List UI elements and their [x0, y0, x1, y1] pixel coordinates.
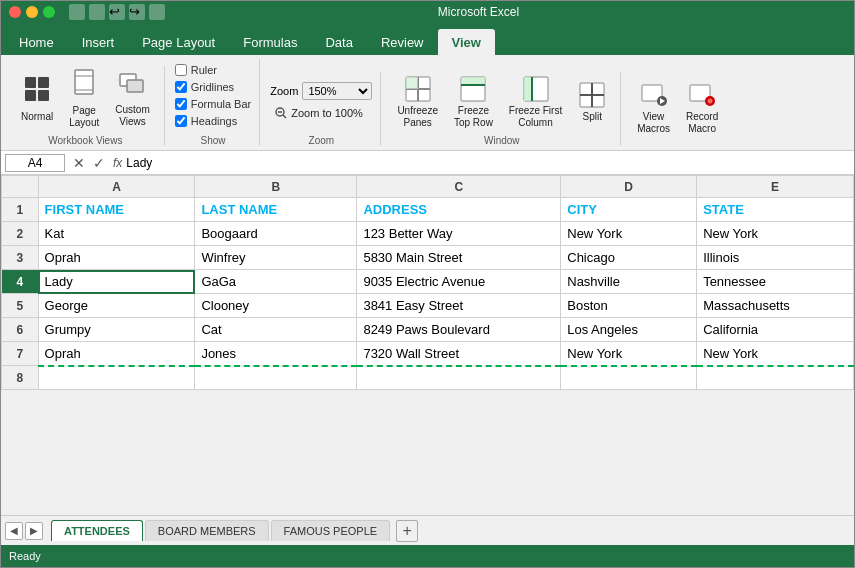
cell-r6c1[interactable]: Grumpy	[38, 318, 195, 342]
col-header-D[interactable]: D	[561, 176, 697, 198]
ribbon-tab-review[interactable]: Review	[367, 29, 438, 55]
cell-r7c2[interactable]: Jones	[195, 342, 357, 366]
ruler-checkbox[interactable]: Ruler	[175, 63, 252, 77]
gridlines-checkbox-input[interactable]	[175, 81, 187, 93]
cell-r3c4[interactable]: Chicago	[561, 246, 697, 270]
col-header-A[interactable]: A	[38, 176, 195, 198]
headings-checkbox[interactable]: Headings	[175, 114, 252, 128]
row-header-8[interactable]: 8	[2, 366, 39, 390]
cell-r5c1[interactable]: George	[38, 294, 195, 318]
cell-r1c3[interactable]: ADDRESS	[357, 198, 561, 222]
sheet-nav-right[interactable]: ▶	[25, 522, 43, 540]
cancel-icon[interactable]: ✕	[73, 155, 85, 171]
cell-r6c5[interactable]: California	[697, 318, 854, 342]
toolbar-icon[interactable]	[69, 4, 85, 20]
ruler-checkbox-input[interactable]	[175, 64, 187, 76]
normal-view-button[interactable]: Normal	[15, 72, 59, 126]
cell-r2c3[interactable]: 123 Better Way	[357, 222, 561, 246]
cell-r3c3[interactable]: 5830 Main Street	[357, 246, 561, 270]
cell-r1c1[interactable]: FIRST NAME	[38, 198, 195, 222]
redo-icon[interactable]: ↪	[129, 4, 145, 20]
zoom-to-100-label: Zoom to 100%	[291, 107, 363, 119]
col-header-E[interactable]: E	[697, 176, 854, 198]
toolbar-icon[interactable]	[89, 4, 105, 20]
maximize-button[interactable]	[43, 6, 55, 18]
cell-r8c3[interactable]	[357, 366, 561, 390]
zoom-select[interactable]: 150% 100% 75% 50%	[302, 82, 372, 100]
sheet-nav-left[interactable]: ◀	[5, 522, 23, 540]
toolbar-icon[interactable]	[149, 4, 165, 20]
zoom-to-100-button[interactable]: Zoom to 100%	[270, 104, 368, 122]
cell-r5c3[interactable]: 3841 Easy Street	[357, 294, 561, 318]
row-header-7[interactable]: 7	[2, 342, 39, 366]
ribbon-tab-insert[interactable]: Insert	[68, 29, 129, 55]
cell-r8c2[interactable]	[195, 366, 357, 390]
gridlines-checkbox[interactable]: Gridlines	[175, 80, 252, 94]
freeze-first-column-button[interactable]: Freeze FirstColumn	[503, 72, 568, 132]
cell-r8c4[interactable]	[561, 366, 697, 390]
cell-reference-input[interactable]	[5, 154, 65, 172]
row-header-6[interactable]: 6	[2, 318, 39, 342]
cell-r2c1[interactable]: Kat	[38, 222, 195, 246]
cell-r1c2[interactable]: LAST NAME	[195, 198, 357, 222]
cell-r5c5[interactable]: Massachusetts	[697, 294, 854, 318]
row-header-2[interactable]: 2	[2, 222, 39, 246]
cell-r3c5[interactable]: Illinois	[697, 246, 854, 270]
cell-r7c1[interactable]: Oprah	[38, 342, 195, 366]
page-layout-button[interactable]: PageLayout	[63, 66, 105, 132]
formula-bar-checkbox[interactable]: Formula Bar	[175, 97, 252, 111]
cell-r7c3[interactable]: 7320 Wall Street	[357, 342, 561, 366]
row-header-5[interactable]: 5	[2, 294, 39, 318]
freeze-top-row-button[interactable]: FreezeTop Row	[448, 72, 499, 132]
cell-r1c5[interactable]: STATE	[697, 198, 854, 222]
minimize-button[interactable]	[26, 6, 38, 18]
cell-r3c1[interactable]: Oprah	[38, 246, 195, 270]
formula-input[interactable]	[126, 156, 850, 170]
cell-r2c4[interactable]: New York	[561, 222, 697, 246]
cell-r3c2[interactable]: Winfrey	[195, 246, 357, 270]
sheet-tab-famous-people[interactable]: FAMOUS PEOPLE	[271, 520, 391, 541]
undo-icon[interactable]: ↩	[109, 4, 125, 20]
cell-r4c1[interactable]: Lady	[38, 270, 195, 294]
cell-r4c2[interactable]: GaGa	[195, 270, 357, 294]
cell-r5c4[interactable]: Boston	[561, 294, 697, 318]
row-header-3[interactable]: 3	[2, 246, 39, 270]
row-header-4[interactable]: 4	[2, 270, 39, 294]
show-checkboxes: Ruler Gridlines Formula Bar Headings	[175, 59, 252, 132]
ribbon-tab-view[interactable]: View	[438, 29, 495, 55]
add-sheet-button[interactable]: +	[396, 520, 418, 542]
ribbon-tab-page-layout[interactable]: Page Layout	[128, 29, 229, 55]
cell-r4c5[interactable]: Tennessee	[697, 270, 854, 294]
cell-r4c4[interactable]: Nashville	[561, 270, 697, 294]
ribbon-tab-data[interactable]: Data	[311, 29, 366, 55]
sheet-tab-attendees[interactable]: ATTENDEES	[51, 520, 143, 541]
col-header-C[interactable]: C	[357, 176, 561, 198]
row-header-1[interactable]: 1	[2, 198, 39, 222]
close-button[interactable]	[9, 6, 21, 18]
split-button[interactable]: Split	[572, 76, 612, 128]
ribbon-tab-formulas[interactable]: Formulas	[229, 29, 311, 55]
headings-checkbox-input[interactable]	[175, 115, 187, 127]
cell-r1c4[interactable]: CITY	[561, 198, 697, 222]
cell-r2c5[interactable]: New York	[697, 222, 854, 246]
ribbon-tab-home[interactable]: Home	[5, 29, 68, 55]
cell-r6c4[interactable]: Los Angeles	[561, 318, 697, 342]
cell-r7c5[interactable]: New York	[697, 342, 854, 366]
view-macros-button[interactable]: ViewMacros	[631, 78, 676, 138]
unfreeze-panes-button[interactable]: UnfreezePanes	[391, 72, 444, 132]
cell-r2c2[interactable]: Boogaard	[195, 222, 357, 246]
custom-views-button[interactable]: CustomViews	[109, 67, 155, 131]
sheet-tab-board-members[interactable]: BOARD MEMBERS	[145, 520, 269, 541]
col-header-B[interactable]: B	[195, 176, 357, 198]
cell-r7c4[interactable]: New York	[561, 342, 697, 366]
cell-r6c3[interactable]: 8249 Paws Boulevard	[357, 318, 561, 342]
cell-r4c3[interactable]: 9035 Electric Avenue	[357, 270, 561, 294]
record-macro-button[interactable]: RecordMacro	[680, 78, 724, 138]
cell-r8c5[interactable]	[697, 366, 854, 390]
cell-r8c1[interactable]	[38, 366, 195, 390]
window-controls[interactable]	[9, 6, 55, 18]
formula-bar-checkbox-input[interactable]	[175, 98, 187, 110]
confirm-icon[interactable]: ✓	[93, 155, 105, 171]
cell-r6c2[interactable]: Cat	[195, 318, 357, 342]
cell-r5c2[interactable]: Clooney	[195, 294, 357, 318]
